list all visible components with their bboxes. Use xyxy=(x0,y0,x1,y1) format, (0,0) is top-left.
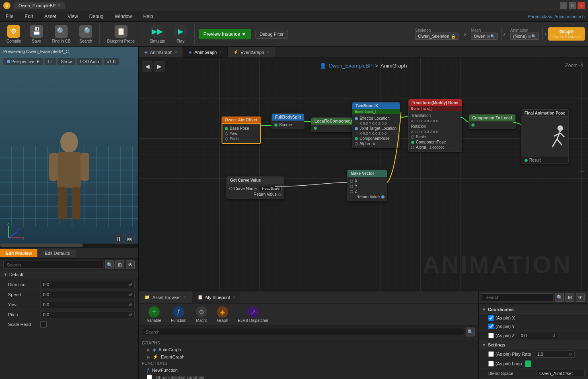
close-btn[interactable]: × xyxy=(578,2,585,9)
node-localtocomponent[interactable]: LocalToComponent xyxy=(311,117,356,132)
pin-returnvalue[interactable]: Return Value xyxy=(229,192,282,197)
pin-ltc-in[interactable] xyxy=(314,126,353,130)
node-twobone-ik[interactable]: TwoBone IK Bone: hand_l Effector Locatio… xyxy=(352,102,400,148)
node-makevector[interactable]: Make Vector X Y Z xyxy=(347,170,387,201)
minimize-btn[interactable]: − xyxy=(560,2,567,9)
tool-variable[interactable]: + Variable xyxy=(144,305,164,324)
play-button[interactable]: ▶ Play xyxy=(171,23,190,45)
speed-value[interactable]: 0.0 ↺ xyxy=(40,291,135,298)
pitch-reset[interactable]: ↺ xyxy=(129,313,132,317)
loop-check[interactable]: (As pin) Loop xyxy=(488,361,522,367)
speed-reset[interactable]: ↺ xyxy=(129,293,132,297)
tab-my-blueprint[interactable]: 📋 My Blueprint × xyxy=(192,291,241,303)
preview-instance-dropdown[interactable]: Preview Instance ▼ xyxy=(199,29,251,39)
show-button[interactable]: Show xyxy=(57,58,76,65)
pin-cp2[interactable]: ComponentPose xyxy=(411,139,459,145)
menu-window[interactable]: Window xyxy=(112,13,134,20)
animgraph1-close[interactable]: × xyxy=(175,50,177,54)
pin-component-pose[interactable]: ComponentPose xyxy=(355,136,397,141)
bp-search-btn[interactable]: 🔍 xyxy=(466,328,475,336)
tab-animgraph-1[interactable]: ◈ AnimGraph × xyxy=(139,47,183,57)
pin-x[interactable]: X xyxy=(350,178,384,184)
ep-search-input[interactable] xyxy=(3,261,103,269)
blendspace-value[interactable]: Owen_AimOffset xyxy=(537,370,585,377)
bp-search-input[interactable] xyxy=(142,328,464,336)
resize-handle[interactable]: ↔ xyxy=(579,168,585,174)
show-inherited-toggle[interactable]: Show inherited variables xyxy=(139,374,478,379)
pin-effector[interactable]: Effector Location xyxy=(355,116,397,121)
pin-joint-target[interactable]: Joint Target Location xyxy=(355,126,397,131)
graph-forward-btn[interactable]: ▶ xyxy=(154,61,164,72)
pin-yaw[interactable]: Yaw xyxy=(225,131,258,136)
pin-pitch[interactable]: Pitch xyxy=(225,136,258,141)
lod-button[interactable]: LOD Auto xyxy=(76,58,103,65)
pin-alpha2[interactable]: Alpha 1.000000 xyxy=(411,145,459,150)
pin-base-pose[interactable]: Base Pose xyxy=(225,126,258,131)
details-eye-btn[interactable]: 👁 xyxy=(576,293,585,302)
show-inherited-checkbox[interactable] xyxy=(147,375,152,379)
node-componenttolocal[interactable]: Component To Local xyxy=(469,114,516,129)
animgraph2-close[interactable]: × xyxy=(219,50,222,54)
scale-head-checkbox[interactable] xyxy=(40,321,47,328)
tab-asset-browser[interactable]: 📁 Asset Browser × xyxy=(139,291,192,303)
tree-eventgraph[interactable]: ▶ ⚡ EventGraph xyxy=(139,353,478,361)
direction-reset[interactable]: ↺ xyxy=(129,283,132,287)
viewport[interactable]: Perspective ▼ Lit Show LOD Auto x1.0 xyxy=(0,47,138,248)
document-tab[interactable]: Owen_ExampleBP × xyxy=(14,2,65,9)
scrollbar-thumb[interactable] xyxy=(0,244,83,247)
coord-y-check[interactable]: (As pin) Y xyxy=(488,324,515,329)
playrate-value[interactable]: 1.0 ↺ xyxy=(535,350,575,358)
node-transform-bone[interactable]: Transform(Modify) Bone Bone: hand_l Tran… xyxy=(408,99,462,152)
graph-active-btn[interactable]: Graph Owen_Example xyxy=(548,27,585,41)
coord-y-checkbox[interactable] xyxy=(488,324,494,329)
ep-search-btn[interactable]: 🔍 xyxy=(105,260,114,269)
edit-preview-tab[interactable]: Edit Preview xyxy=(0,249,37,257)
tab-animgraph-2[interactable]: ◈ AnimGraph × xyxy=(183,47,227,57)
node-fullbodysplit[interactable]: FullBodySplit Source xyxy=(271,113,304,129)
ep-eye-btn[interactable]: 👁 xyxy=(126,260,135,269)
menu-file[interactable]: File xyxy=(3,13,16,20)
playrate-check[interactable]: (As pin) Play Rate xyxy=(488,351,531,357)
tool-macro[interactable]: ⚙ Macro xyxy=(193,305,210,324)
menu-help[interactable]: Help xyxy=(141,13,156,20)
lit-button[interactable]: Lit xyxy=(44,58,56,65)
graph-back-btn[interactable]: ◀ xyxy=(142,61,152,72)
node-getcurvevalue[interactable]: Get Curve Value Curve Name HeadScale Ret… xyxy=(226,176,284,199)
pitch-value[interactable]: 0.0 ↺ xyxy=(40,311,135,318)
coord-x-check[interactable]: (As pin) X xyxy=(488,315,515,321)
anim-value[interactable]: (None) ⊞🔍 xyxy=(510,33,539,40)
coord-z-checkbox[interactable] xyxy=(488,333,494,338)
details-search-btn[interactable]: 🔍 xyxy=(555,293,564,302)
details-search-input[interactable] xyxy=(482,293,553,301)
coord-x-checkbox[interactable] xyxy=(488,315,494,321)
coord-z-reset[interactable]: ↺ xyxy=(552,334,555,338)
menu-debug[interactable]: Debug xyxy=(87,13,106,20)
pin-source[interactable]: Source xyxy=(274,122,302,127)
maximize-btn[interactable]: □ xyxy=(569,2,576,9)
playrate-reset[interactable]: ↺ xyxy=(569,352,572,356)
pin-curvename[interactable]: Curve Name HeadScale xyxy=(229,185,282,192)
coord-z-check[interactable]: (As pin) Z xyxy=(488,333,515,338)
result-pin[interactable]: Result xyxy=(521,157,568,163)
scale-button[interactable]: x1.0 xyxy=(103,58,119,65)
yaw-value[interactable]: 0.0 ↺ xyxy=(40,301,135,308)
direction-value[interactable]: 0.0 ↺ xyxy=(40,281,135,288)
step-btn[interactable]: ⏭ xyxy=(125,234,135,244)
viewport-scrollbar[interactable] xyxy=(0,244,138,247)
tool-graph[interactable]: ◈ Graph xyxy=(214,305,231,324)
save-button[interactable]: 💾 Save xyxy=(27,23,46,45)
perspective-dropdown[interactable]: Perspective ▼ xyxy=(3,58,43,65)
ep-grid-btn[interactable]: ⊞ xyxy=(115,260,124,269)
tool-function[interactable]: ƒ Function xyxy=(168,305,189,324)
tab-eventgraph[interactable]: ⚡ EventGraph × xyxy=(228,47,275,57)
coord-z-value[interactable]: 0.0 ↺ xyxy=(518,332,558,339)
tab-close-btn[interactable]: × xyxy=(58,3,60,8)
debug-filter-button[interactable]: Debug Filter xyxy=(255,30,288,39)
node-final-pose[interactable]: Final Animation Pose xyxy=(521,109,569,164)
tool-event-dispatcher[interactable]: ↗ Event Dispatcher xyxy=(234,305,271,324)
yaw-reset[interactable]: ↺ xyxy=(129,303,132,307)
pin-mv-return[interactable]: Return Value xyxy=(350,194,384,199)
blueprint-props-button[interactable]: 📋 Blueprint Props xyxy=(104,23,138,45)
asset-browser-close[interactable]: × xyxy=(183,295,186,299)
search-button[interactable]: 🔎 Search xyxy=(76,23,95,45)
